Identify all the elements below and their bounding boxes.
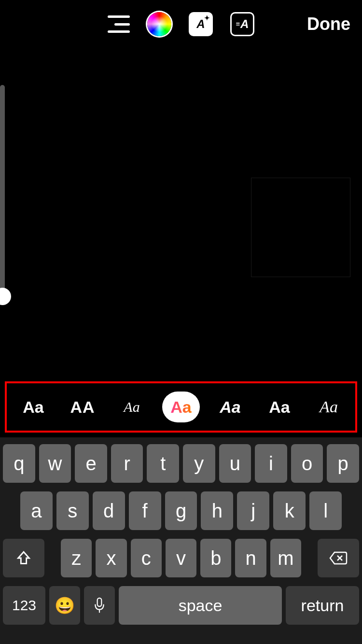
key-s[interactable]: s <box>56 491 89 530</box>
key-w[interactable]: w <box>39 444 71 483</box>
key-r[interactable]: r <box>111 444 143 483</box>
key-d[interactable]: d <box>93 491 125 530</box>
key-h[interactable]: h <box>201 491 233 530</box>
ios-keyboard: q w e r t y u i o p a s d f g h j k l z … <box>0 437 362 644</box>
numbers-key[interactable]: 123 <box>3 586 45 625</box>
font-option-gradient[interactable]: Aa <box>162 392 200 422</box>
slider-thumb[interactable] <box>0 288 11 305</box>
font-style-picker: Aa AA Aa Aa Aa Aa Aa <box>5 381 357 433</box>
key-z[interactable]: z <box>61 539 92 577</box>
text-effects-button[interactable]: A ✦ <box>189 12 213 36</box>
backspace-key[interactable] <box>318 539 359 577</box>
key-u[interactable]: u <box>219 444 251 483</box>
key-t[interactable]: t <box>147 444 179 483</box>
emoji-key[interactable]: 😀 <box>49 586 80 625</box>
key-b[interactable]: b <box>200 539 231 577</box>
key-f[interactable]: f <box>129 491 161 530</box>
key-j[interactable]: j <box>237 491 269 530</box>
font-option-script[interactable]: Aa <box>113 392 151 422</box>
shift-icon <box>15 550 32 566</box>
backspace-icon <box>329 551 348 565</box>
font-option-classic[interactable]: Aa <box>14 392 52 422</box>
key-v[interactable]: v <box>166 539 196 577</box>
key-e[interactable]: e <box>75 444 107 483</box>
key-p[interactable]: p <box>327 444 359 483</box>
key-l[interactable]: l <box>309 491 342 530</box>
shift-key[interactable] <box>3 539 44 577</box>
font-option-bold-italic[interactable]: Aa <box>211 392 249 422</box>
font-option-caps[interactable]: AA <box>64 392 101 422</box>
done-button[interactable]: Done <box>307 14 350 34</box>
microphone-icon <box>93 597 106 614</box>
color-picker-button[interactable] <box>147 12 171 36</box>
motion-lines-icon: = <box>236 20 240 28</box>
key-k[interactable]: k <box>273 491 306 530</box>
key-c[interactable]: c <box>131 539 162 577</box>
font-size-slider[interactable] <box>0 85 5 297</box>
text-animation-button[interactable]: = A <box>230 12 254 36</box>
svg-rect-2 <box>97 598 102 606</box>
emoji-icon: 😀 <box>55 596 75 615</box>
key-i[interactable]: i <box>255 444 287 483</box>
text-input-area[interactable] <box>251 178 350 277</box>
story-text-toolbar: A ✦ = A Done <box>0 0 362 48</box>
space-key[interactable]: space <box>119 586 282 625</box>
key-o[interactable]: o <box>291 444 323 483</box>
font-option-serif[interactable]: Aa <box>310 392 348 422</box>
key-a[interactable]: a <box>20 491 53 530</box>
font-option-mixed[interactable]: Aa <box>261 392 298 422</box>
return-key[interactable]: return <box>286 586 359 625</box>
key-x[interactable]: x <box>96 539 126 577</box>
key-m[interactable]: m <box>270 539 301 577</box>
text-align-button[interactable] <box>108 15 130 33</box>
sparkle-icon: ✦ <box>204 14 210 22</box>
key-g[interactable]: g <box>165 491 197 530</box>
key-y[interactable]: y <box>183 444 215 483</box>
dictation-key[interactable] <box>84 586 115 625</box>
key-n[interactable]: n <box>235 539 266 577</box>
key-q[interactable]: q <box>3 444 35 483</box>
